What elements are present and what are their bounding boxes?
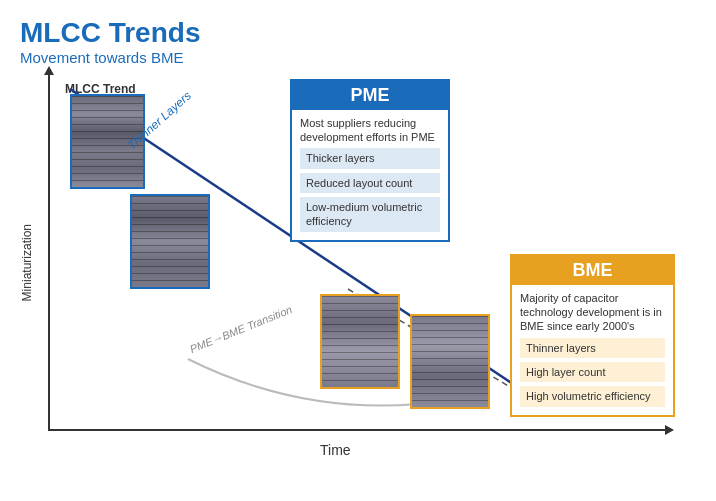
transition-label: PME→BME Transition bbox=[188, 303, 294, 355]
pme-row-1: Thicker layers bbox=[300, 148, 440, 168]
x-axis-label: Time bbox=[320, 442, 351, 458]
micro-image-3 bbox=[320, 294, 400, 389]
y-axis bbox=[48, 74, 50, 429]
page-subtitle: Movement towards BME bbox=[20, 49, 696, 66]
bme-box-description: Majority of capacitor technology develop… bbox=[520, 292, 662, 333]
micro-image-4 bbox=[410, 314, 490, 409]
pme-box: PME Most suppliers reducing development … bbox=[290, 79, 450, 242]
micro-image-2 bbox=[130, 194, 210, 289]
pme-box-description: Most suppliers reducing development effo… bbox=[300, 117, 435, 143]
bme-box: BME Majority of capacitor technology dev… bbox=[510, 254, 675, 417]
pme-row-2: Reduced layout count bbox=[300, 173, 440, 193]
bme-box-body: Majority of capacitor technology develop… bbox=[512, 285, 673, 415]
page-title: MLCC Trends bbox=[20, 18, 696, 49]
bme-row-2: High layer count bbox=[520, 362, 665, 382]
y-axis-label: Miniaturization bbox=[20, 224, 34, 301]
pme-box-body: Most suppliers reducing development effo… bbox=[292, 110, 448, 240]
main-container: MLCC Trends Movement towards BME Miniatu… bbox=[0, 0, 716, 501]
x-axis bbox=[48, 429, 666, 431]
pme-row-3: Low-medium volumetric efficiency bbox=[300, 197, 440, 232]
pme-box-title: PME bbox=[292, 81, 448, 110]
bme-row-1: Thinner layers bbox=[520, 338, 665, 358]
bme-box-title: BME bbox=[512, 256, 673, 285]
chart-area: Miniaturization Time MLCC Trend bbox=[20, 74, 690, 464]
bme-row-3: High volumetric efficiency bbox=[520, 386, 665, 406]
